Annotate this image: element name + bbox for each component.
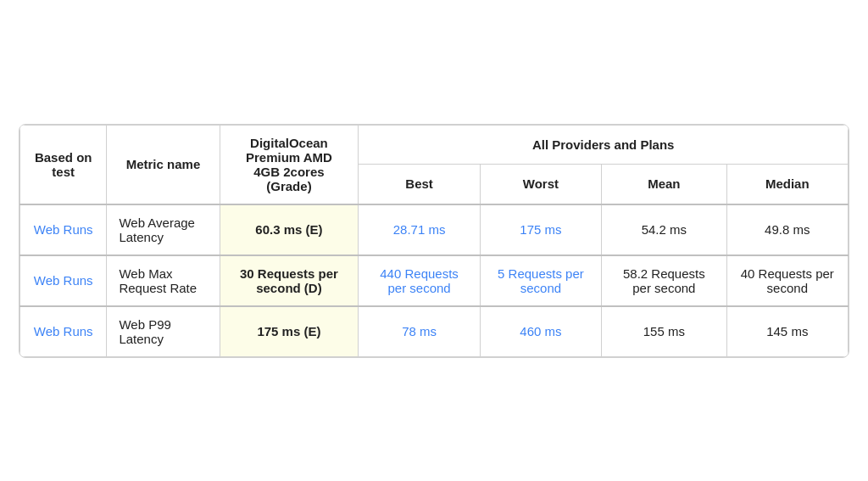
header-mean: Mean (602, 164, 726, 204)
cell-best-value: 28.71 ms (359, 204, 480, 255)
cell-median-value: 145 ms (726, 306, 848, 357)
header-based-on-test: Based on test (20, 125, 107, 204)
header-worst: Worst (480, 164, 601, 204)
cell-worst-value: 460 ms (480, 306, 601, 357)
header-metric-name: Metric name (107, 125, 220, 204)
header-all-providers: All Providers and Plans (359, 125, 849, 164)
cell-median-value: 40 Requests per second (726, 255, 848, 306)
cell-worst-value: 5 Requests per second (480, 255, 601, 306)
cell-digitalocean-value: 30 Requests per second (D) (220, 255, 359, 306)
cell-mean-value: 155 ms (602, 306, 726, 357)
cell-based-on-test[interactable]: Web Runs (20, 255, 107, 306)
cell-worst-value: 175 ms (480, 204, 601, 255)
cell-digitalocean-value: 60.3 ms (E) (220, 204, 359, 255)
header-median: Median (726, 164, 848, 204)
header-best: Best (359, 164, 480, 204)
cell-best-value: 78 ms (359, 306, 480, 357)
cell-best-value: 440 Requests per second (359, 255, 480, 306)
cell-digitalocean-value: 175 ms (E) (220, 306, 359, 357)
cell-mean-value: 58.2 Requests per second (602, 255, 726, 306)
cell-based-on-test[interactable]: Web Runs (20, 204, 107, 255)
cell-metric-name: Web P99 Latency (107, 306, 220, 357)
cell-based-on-test[interactable]: Web Runs (20, 306, 107, 357)
cell-mean-value: 54.2 ms (602, 204, 726, 255)
comparison-table: Based on test Metric name DigitalOcean P… (19, 124, 849, 358)
cell-median-value: 49.8 ms (726, 204, 848, 255)
cell-metric-name: Web Average Latency (107, 204, 220, 255)
cell-metric-name: Web Max Request Rate (107, 255, 220, 306)
header-digitalocean: DigitalOcean Premium AMD 4GB 2cores (Gra… (220, 125, 359, 204)
